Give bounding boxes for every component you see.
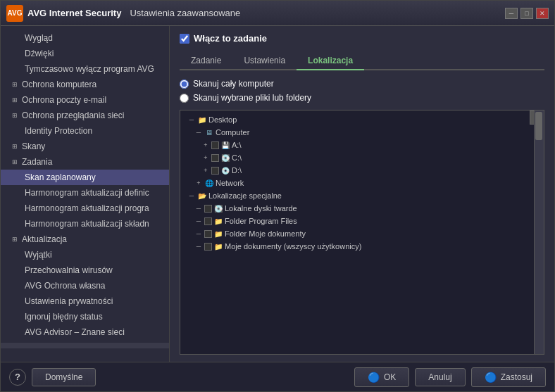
expand-icon-skany: ⊞ <box>11 142 19 151</box>
expander-lokalne-dyski[interactable]: ─ <box>194 204 203 213</box>
scrollbar-thumb[interactable] <box>535 112 542 140</box>
label-a-drive: A:\ <box>232 141 241 149</box>
cancel-button[interactable]: Anuluj <box>415 368 465 386</box>
expander-c-drive[interactable]: + <box>201 153 210 162</box>
tab-lokalizacja[interactable]: Lokalizacja <box>297 52 364 69</box>
sidebar-item-avg-ochrona[interactable]: AVG Ochrona własna <box>1 278 169 293</box>
icon-lokalizacje: 📂 <box>197 191 207 201</box>
checkbox-a-drive[interactable] <box>211 141 219 149</box>
sidebar-item-wyjatki[interactable]: Wyjątki <box>1 247 169 263</box>
sidebar-item-wylacz[interactable]: Tymczasowo wyłącz program AVG <box>1 61 169 77</box>
sidebar-item-identity-protection[interactable]: Identity Protection <box>1 123 169 139</box>
sidebar-item-wyglad[interactable]: Wygląd <box>1 30 169 46</box>
radio-scan-selected-input[interactable] <box>180 94 189 103</box>
apply-icon: 🔵 <box>485 372 497 383</box>
tree-item-a-drive[interactable]: + 💾 A:\ <box>180 139 544 151</box>
icon-desktop: 📁 <box>197 115 207 125</box>
enable-checkbox[interactable] <box>180 34 189 44</box>
tree-container: ▼ ─ 📁 Desktop ─ 🖥 Computer <box>180 110 544 355</box>
sidebar-item-ochrona-komputera[interactable]: ⊞Ochrona komputera <box>1 77 169 92</box>
tree-item-folder-program[interactable]: ─ 📁 Folder Program Files <box>180 215 544 227</box>
tabs-bar: Zadanie Ustawienia Lokalizacja <box>180 52 544 70</box>
sidebar-item-harmonogram-prog[interactable]: Harmonogram aktualizacji progra <box>1 201 169 216</box>
radio-group: Skanuj cały komputer Skanuj wybrane plik… <box>180 79 544 103</box>
label-lokalne-dyski: Lokalne dyski twarde <box>225 204 297 213</box>
sidebar-item-zadania[interactable]: ⊞Zadania <box>1 154 169 170</box>
sidebar-label-ustawienia-prywatnosci: Ustawienia prywatności <box>25 296 113 306</box>
label-lokalizacje: Lokalizacje specjalne <box>208 191 282 200</box>
default-button[interactable]: Domyślne <box>32 368 96 386</box>
sidebar-item-ignoruj-status[interactable]: Ignoruj błędny status <box>1 309 169 324</box>
sidebar-label-avg-advisor: AVG Advisor – Znane sieci <box>25 327 125 337</box>
checkbox-folder-dokumenty[interactable] <box>204 230 212 238</box>
tree-item-network[interactable]: + 🌐 Network <box>180 177 544 189</box>
sidebar-item-przechowalnia[interactable]: Przechowalnia wirusów <box>1 263 169 278</box>
label-computer: Computer <box>216 128 249 137</box>
tree-item-desktop[interactable]: ─ 📁 Desktop <box>180 113 544 126</box>
expander-a-drive[interactable]: + <box>201 141 210 149</box>
checkbox-d-drive[interactable] <box>211 167 219 175</box>
label-folder-program: Folder Program Files <box>225 217 297 225</box>
sidebar-item-ustawienia-prywatnosci[interactable]: Ustawienia prywatności <box>1 293 169 309</box>
expander-lokalizacje[interactable]: ─ <box>187 191 196 200</box>
minimize-button[interactable]: ─ <box>505 8 518 19</box>
expander-desktop[interactable]: ─ <box>187 115 196 124</box>
expand-icon-ochrona-komputera: ⊞ <box>11 80 19 89</box>
tree-item-d-drive[interactable]: + 💿 D:\ <box>180 164 544 177</box>
sidebar-item-ochrona-poczty[interactable]: ⊞Ochrona poczty e-mail <box>1 92 169 108</box>
apply-label: Zastosuj <box>501 372 532 382</box>
sidebar-label-harmonogram-sklad: Harmonogram aktualizacji składn <box>25 219 149 229</box>
enable-label: Włącz to zadanie <box>194 33 267 44</box>
icon-folder-dokumenty: 📁 <box>213 229 223 239</box>
sidebar-item-skan-zaplanowany[interactable]: Skan zaplanowany <box>1 170 169 185</box>
tree-item-lokalizacje[interactable]: ─ 📂 Lokalizacje specjalne <box>180 189 544 202</box>
checkbox-moje-dokumenty-wszyscy[interactable] <box>204 243 212 251</box>
expander-network[interactable]: + <box>194 179 203 187</box>
checkbox-c-drive[interactable] <box>211 154 219 162</box>
sidebar-item-aktualizacja[interactable]: ⊞Aktualizacja <box>1 232 169 247</box>
sidebar-item-ochrona-przegladania[interactable]: ⊞Ochrona przeglądania sieci <box>1 108 169 123</box>
help-button[interactable]: ? <box>9 369 26 386</box>
expander-d-drive[interactable]: + <box>201 166 210 175</box>
tab-ustawienia[interactable]: Ustawienia <box>232 52 297 69</box>
expander-folder-program[interactable]: ─ <box>194 217 203 225</box>
tab-zadanie[interactable]: Zadanie <box>180 52 232 69</box>
ok-button[interactable]: 🔵 OK <box>354 367 409 387</box>
scrollbar-track[interactable] <box>534 110 544 354</box>
tree-item-lokalne-dyski[interactable]: ─ 💽 Lokalne dyski twarde <box>180 202 544 215</box>
maximize-button[interactable]: □ <box>520 8 533 19</box>
sidebar-label-aktualizacja: Aktualizacja <box>22 234 67 244</box>
sidebar-scrollbar[interactable] <box>1 343 169 348</box>
sidebar-label-harmonogram-prog: Harmonogram aktualizacji progra <box>25 203 149 213</box>
sidebar-label-ignoruj-status: Ignoruj błędny status <box>25 312 103 322</box>
checkbox-lokalne-dyski[interactable] <box>204 205 212 213</box>
sidebar-item-avg-advisor[interactable]: AVG Advisor – Znane sieci <box>1 324 169 340</box>
icon-moje-dokumenty-wszyscy: 📁 <box>213 241 223 251</box>
checkbox-folder-program[interactable] <box>204 217 212 225</box>
sidebar-item-harmonogram-def[interactable]: Harmonogram aktualizacji definic <box>1 185 169 201</box>
sidebar-item-dzwieki[interactable]: Dźwięki <box>1 46 169 61</box>
ok-icon: 🔵 <box>368 372 380 383</box>
tree-scroll[interactable]: ─ 📁 Desktop ─ 🖥 Computer + <box>180 110 544 354</box>
icon-lokalne-dyski: 💽 <box>213 203 223 213</box>
tree-item-moje-dokumenty-wszyscy[interactable]: ─ 📁 Moje dokumenty (wszyscy użytkownicy) <box>180 240 544 253</box>
apply-button[interactable]: 🔵 Zastosuj <box>471 367 546 387</box>
cancel-label: Anuluj <box>428 372 451 382</box>
radio-scan-selected-label: Skanuj wybrane pliki lub foldery <box>193 93 311 103</box>
tree-item-computer[interactable]: ─ 🖥 Computer <box>180 126 544 139</box>
sidebar-item-harmonogram-sklad[interactable]: Harmonogram aktualizacji składn <box>1 216 169 232</box>
tree-item-folder-dokumenty[interactable]: ─ 📁 Folder Moje dokumenty <box>180 227 544 240</box>
expander-folder-dokumenty[interactable]: ─ <box>194 229 203 238</box>
expander-moje-dokumenty-wszyscy[interactable]: ─ <box>194 242 203 251</box>
window-title: Ustawienia zaawansowane <box>130 8 505 18</box>
expander-computer[interactable]: ─ <box>194 128 203 137</box>
label-d-drive: D:\ <box>232 166 242 175</box>
radio-scan-all-input[interactable] <box>180 80 189 89</box>
sidebar-item-skany[interactable]: ⊞Skany <box>1 139 169 154</box>
expand-icon-ochrona-przegladania: ⊞ <box>11 111 19 120</box>
radio-scan-all-label: Skanuj cały komputer <box>193 79 274 89</box>
sidebar-label-harmonogram-def: Harmonogram aktualizacji definic <box>25 188 149 198</box>
enable-row: Włącz to zadanie <box>180 33 544 44</box>
tree-item-c-drive[interactable]: + 💽 C:\ <box>180 151 544 164</box>
close-button[interactable]: ✕ <box>536 8 549 19</box>
